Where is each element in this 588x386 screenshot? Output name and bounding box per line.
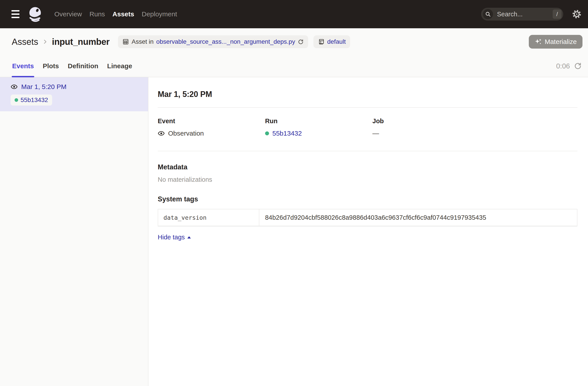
content-area: Mar 1, 5:20 PM 55b13432 Mar 1, 5:20 PM E… [0, 77, 588, 386]
event-summary-row: Event Observation Run [158, 118, 577, 137]
tag-value-cell: 84b26d7d9204cbf588026c8a9886d403a6c9637c… [259, 209, 577, 226]
dagster-app: Overview Runs Assets Deployment / [0, 0, 588, 386]
hide-tags-label: Hide tags [158, 234, 185, 241]
search-box[interactable]: / [481, 8, 563, 20]
repo-badge-label: default [327, 38, 346, 45]
gear-icon[interactable] [572, 9, 582, 19]
divider [158, 151, 577, 151]
nav-item-assets[interactable]: Assets [112, 10, 134, 18]
event-detail-pane: Mar 1, 5:20 PM Event Observation [148, 77, 588, 386]
materialize-button[interactable]: Materialize [529, 35, 583, 49]
event-list-item-selected[interactable]: Mar 1, 5:20 PM 55b13432 [0, 77, 148, 111]
nav-item-overview[interactable]: Overview [54, 10, 82, 18]
run-status-dot [15, 98, 18, 102]
menu-icon[interactable] [11, 10, 20, 18]
hide-tags-link[interactable]: Hide tags [158, 234, 191, 241]
event-detail-title: Mar 1, 5:20 PM [158, 90, 577, 99]
breadcrumb: Assets input_number [12, 37, 109, 47]
materialize-label: Materialize [545, 38, 577, 45]
event-list-sidebar: Mar 1, 5:20 PM 55b13432 [0, 77, 148, 386]
event-timestamp: Mar 1, 5:20 PM [21, 83, 66, 91]
tab-plots[interactable]: Plots [42, 55, 59, 77]
search-shortcut-key: / [553, 9, 562, 19]
nav-item-runs[interactable]: Runs [89, 10, 105, 18]
search-input[interactable] [497, 10, 537, 18]
auto-refresh: 0:06 [556, 62, 582, 70]
nav-links: Overview Runs Assets Deployment [54, 10, 177, 18]
refresh-countdown: 0:06 [556, 62, 570, 70]
run-id-tag[interactable]: 55b13432 [11, 95, 52, 105]
run-id-link[interactable]: 55b13432 [272, 130, 302, 137]
caret-up-icon [187, 236, 191, 239]
metadata-empty-note: No materializations [158, 176, 577, 183]
job-column-label: Job [372, 118, 480, 125]
table-grid-icon [122, 39, 129, 45]
system-tags-table: data_version 84b26d7d9204cbf588026c8a988… [158, 209, 577, 226]
sparkle-icon [535, 38, 542, 45]
run-column: Run 55b13432 [265, 118, 372, 137]
observation-eye-icon [158, 130, 165, 137]
observation-eye-icon [11, 83, 18, 90]
tabs-row: Events Plots Definition Lineage 0:06 [0, 55, 588, 77]
system-tags-heading: System tags [158, 195, 577, 203]
tab-lineage[interactable]: Lineage [107, 55, 132, 77]
search-icon [483, 9, 493, 19]
metadata-heading: Metadata [158, 163, 577, 171]
event-type-value: Observation [168, 130, 204, 137]
asset-location-prefix: Asset in [132, 38, 154, 45]
run-column-label: Run [265, 118, 372, 125]
tab-definition[interactable]: Definition [67, 55, 99, 77]
asset-location-badge: Asset in observable_source_ass..._non_ar… [118, 35, 308, 48]
chevron-right-icon [42, 39, 48, 45]
asset-tabs: Events Plots Definition Lineage [12, 55, 132, 77]
run-id-label: 55b13432 [21, 97, 48, 103]
code-location-link[interactable]: observable_source_ass..._non_argument_de… [156, 38, 295, 45]
job-empty-value: — [372, 130, 379, 137]
refresh-icon[interactable] [574, 62, 582, 70]
event-column-label: Event [158, 118, 265, 125]
reload-location-icon[interactable] [298, 39, 304, 45]
page-header: Assets input_number Asset in observable_… [0, 28, 588, 55]
table-row: data_version 84b26d7d9204cbf588026c8a988… [158, 209, 577, 226]
divider [158, 107, 577, 108]
tag-key-cell: data_version [158, 209, 259, 226]
breadcrumb-assets-link[interactable]: Assets [12, 37, 38, 47]
run-status-dot [265, 131, 269, 135]
nav-item-deployment[interactable]: Deployment [142, 10, 177, 18]
page-title: input_number [52, 37, 109, 47]
dagster-logo-icon[interactable] [27, 6, 44, 22]
repository-icon [318, 39, 324, 45]
event-column: Event Observation [158, 118, 265, 137]
top-nav: Overview Runs Assets Deployment / [0, 0, 588, 28]
repo-badge[interactable]: default [314, 35, 350, 48]
job-column: Job — [372, 118, 480, 137]
tab-events[interactable]: Events [12, 55, 34, 77]
